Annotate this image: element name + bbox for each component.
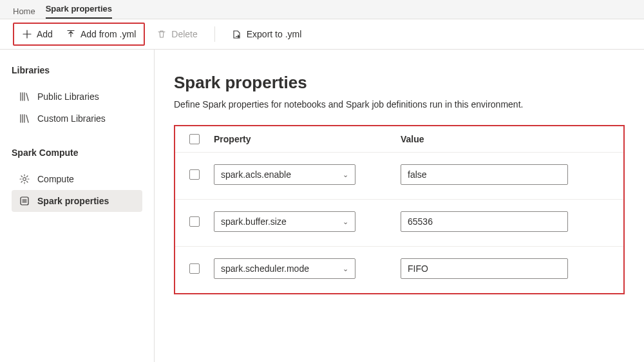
select-all-checkbox[interactable]	[189, 134, 200, 144]
row-checkbox[interactable]	[189, 169, 200, 180]
value-input-text: false	[408, 169, 427, 180]
add-button[interactable]: Add	[15, 25, 59, 43]
highlight-properties-table: Property Value spark.acls.enable ⌄ false	[174, 125, 625, 294]
main-content: Spark properties Define Spark properties…	[155, 50, 644, 362]
property-dropdown-value: spark.acls.enable	[221, 169, 291, 180]
sidebar-custom-libraries-label: Custom Libraries	[37, 113, 106, 124]
add-from-yml-button[interactable]: Add from .yml	[59, 25, 142, 43]
export-icon	[232, 29, 242, 39]
delete-button[interactable]: Delete	[150, 25, 204, 43]
sidebar-item-public-libraries[interactable]: Public Libraries	[12, 86, 142, 108]
trash-icon	[156, 29, 167, 39]
toolbar-separator	[214, 26, 215, 42]
sidebar: Libraries Public Libraries Custom Librar…	[0, 50, 155, 362]
property-dropdown[interactable]: spark.scheduler.mode ⌄	[214, 258, 355, 279]
sidebar-item-compute[interactable]: Compute	[12, 168, 142, 190]
toolbar: Add Add from .yml Delete Export to .yml	[0, 19, 644, 50]
sidebar-compute-label: Compute	[37, 174, 74, 184]
row-checkbox[interactable]	[189, 263, 200, 274]
page-description: Define Spark properties for notebooks an…	[174, 99, 625, 110]
sidebar-item-spark-properties[interactable]: Spark properties	[12, 190, 142, 212]
property-dropdown-value: spark.scheduler.mode	[221, 263, 309, 274]
col-property: Property	[214, 134, 401, 144]
list-icon	[19, 196, 30, 206]
sidebar-section-libraries: Libraries	[12, 65, 142, 75]
delete-label: Delete	[171, 29, 197, 39]
value-input[interactable]: false	[401, 164, 568, 185]
table-row: spark.buffer.size ⌄ 65536	[175, 200, 623, 247]
highlight-add-buttons: Add Add from .yml	[13, 23, 145, 46]
table-row: spark.acls.enable ⌄ false	[175, 153, 623, 200]
sidebar-public-libraries-label: Public Libraries	[37, 91, 99, 102]
export-yml-button[interactable]: Export to .yml	[225, 25, 308, 43]
property-dropdown-value: spark.buffer.size	[221, 216, 287, 227]
add-from-yml-label: Add from .yml	[80, 29, 136, 39]
chevron-down-icon: ⌄	[343, 265, 348, 273]
sidebar-section-spark-compute: Spark Compute	[12, 148, 142, 158]
breadcrumb-home[interactable]: Home	[13, 6, 35, 16]
breadcrumb-current: Spark properties	[46, 4, 112, 19]
table-header: Property Value	[175, 126, 623, 153]
export-yml-label: Export to .yml	[247, 29, 302, 39]
value-input-text: 65536	[408, 216, 433, 227]
page-title: Spark properties	[174, 73, 625, 93]
value-input-text: FIFO	[408, 263, 428, 274]
value-input[interactable]: 65536	[401, 211, 568, 232]
chevron-down-icon: ⌄	[343, 171, 348, 179]
sidebar-item-custom-libraries[interactable]: Custom Libraries	[12, 108, 142, 129]
custom-libraries-icon	[19, 113, 30, 124]
property-dropdown[interactable]: spark.acls.enable ⌄	[214, 164, 355, 185]
plus-icon	[22, 29, 32, 39]
col-value: Value	[401, 134, 568, 144]
table-row: spark.scheduler.mode ⌄ FIFO	[175, 247, 623, 293]
chevron-down-icon: ⌄	[343, 218, 348, 226]
breadcrumb: Home Spark properties	[0, 0, 644, 19]
upload-icon	[66, 29, 76, 39]
sidebar-spark-properties-label: Spark properties	[37, 196, 109, 206]
public-libraries-icon	[19, 91, 30, 102]
value-input[interactable]: FIFO	[401, 258, 568, 279]
gear-icon	[19, 174, 30, 184]
property-dropdown[interactable]: spark.buffer.size ⌄	[214, 211, 355, 232]
svg-point-0	[23, 178, 26, 181]
row-checkbox[interactable]	[189, 216, 200, 227]
add-button-label: Add	[37, 29, 53, 39]
